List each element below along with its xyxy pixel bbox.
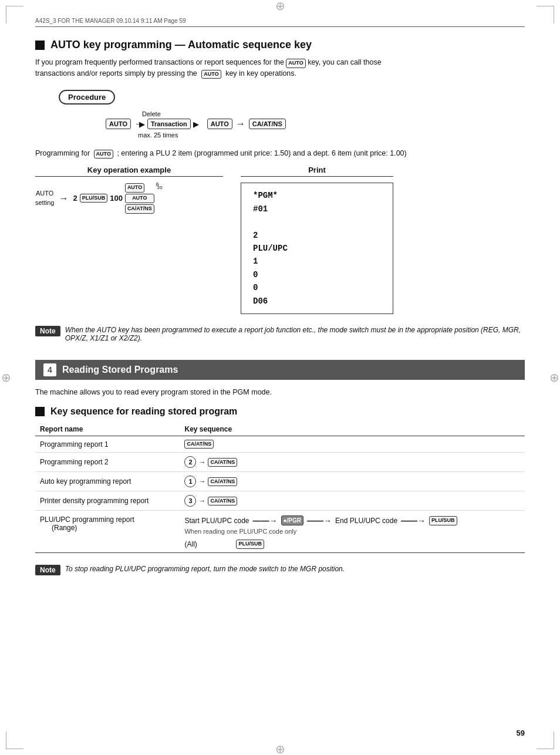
circle-1: 1 [184, 476, 196, 487]
table-row: Programming report 1 CA/AT/NS [35, 436, 525, 453]
arrow-out-transaction: ▶ [193, 119, 199, 128]
report-name-5: PLU/UPC programming report (Range) [35, 511, 180, 553]
all-label: (All) [184, 540, 231, 548]
transaction-wrapper: ▶ Transaction ▶ [147, 119, 191, 129]
seq-flow-3: 1 → CA/AT/NS [184, 476, 520, 487]
long-arrow: ——→ [253, 516, 278, 525]
table-row: Printer density programming report 3 → C… [35, 491, 525, 511]
sub-20: 20 [157, 185, 163, 190]
note-text-2: To stop reading PLU/UPC programming repo… [65, 565, 345, 573]
arrow-seq3: → [198, 477, 205, 486]
auto-key-diagram: AUTO [106, 119, 131, 129]
section4-header: 4 Reading Stored Programs [35, 360, 525, 380]
long-arrow3: ——→ [401, 516, 426, 525]
note-box-1: Note When the AUTO key has been programm… [35, 326, 525, 342]
end-label: End PLU/UPC code [335, 517, 397, 525]
header-text: A42S_3 FOR THE MANAGER 09.10.14 9:11 AM … [35, 18, 186, 24]
print-line-7: 0 [253, 281, 381, 294]
key-op-diagram: AUTO setting → 2 PLU/SUB 100 AUTO 6 20 [35, 183, 223, 213]
print-line-4: PLU/UPC [253, 242, 381, 255]
procedure-area: Procedure Delete AUTO → ▶ Transaction ▶ … [59, 90, 525, 139]
key-op-header: Key operation example [35, 166, 223, 177]
print-section: Print *PGM* #01 2 PLU/UPC 1 0 0 D06 [241, 166, 393, 314]
seq-flow-5: Start PLU/UPC code ——→ ●/PGR ——→ End PLU… [184, 515, 520, 525]
auto-key-inline: AUTO [286, 59, 305, 68]
circle-2: 2 [184, 456, 196, 468]
section1-description: If you program frequently performed tran… [35, 57, 525, 79]
when-reading-note: When reading one PLU/UPC code only [184, 528, 520, 535]
col-report-name: Report name [35, 423, 180, 436]
black-square-icon2 [35, 407, 45, 416]
diagram-row: AUTO → ▶ Transaction ▶ AUTO → CA/AT/NS [106, 119, 286, 129]
section4-title: Reading Stored Programs [62, 365, 178, 375]
num2: 2 [73, 194, 77, 203]
arrow-seq4: → [198, 497, 205, 505]
circle-3: 3 [184, 495, 196, 507]
auto-key-diagram2: AUTO [207, 119, 232, 129]
note-box-2: Note To stop reading PLU/UPC programming… [35, 565, 525, 575]
desc1: If you program frequently performed tran… [35, 58, 284, 66]
prog-note1: Programming for [35, 149, 90, 157]
ca-at-ns-3: CA/AT/NS [208, 477, 237, 487]
plu-sub-key: PLU/SUB [80, 194, 108, 203]
key-seq-4: 3 → CA/AT/NS [180, 491, 525, 511]
section1-title: AUTO key programming — Automatic sequenc… [35, 39, 525, 51]
arrow-auto-setting: → [59, 193, 68, 204]
key-op-section: Key operation example AUTO setting → 2 P… [35, 166, 223, 314]
section4-description: The machine allows you to read every pro… [35, 387, 525, 398]
table-row: Auto key programming report 1 → CA/AT/NS [35, 472, 525, 491]
section1-title-text: AUTO key programming — Automatic sequenc… [50, 39, 312, 51]
range-label: (Range) [52, 524, 77, 532]
desc3: transactions and/or reports simply by pr… [35, 69, 197, 77]
ca-at-ns-1: CA/AT/NS [184, 440, 214, 449]
max-times-label: max. 25 times [138, 132, 286, 139]
print-line-6: 0 [253, 268, 381, 281]
report-name-1: Programming report 1 [35, 436, 180, 453]
report-name-4: Printer density programming report [35, 491, 180, 511]
ca-at-ns-key: CA/AT/NS [249, 119, 286, 129]
prog-note2: ; entering a PLU 2 item (programmed unit… [117, 149, 406, 157]
col-key-sequence: Key sequence [180, 423, 525, 436]
print-line-1: #01 [253, 203, 381, 215]
ca-at-ns-2: CA/AT/NS [208, 458, 237, 467]
print-line-5: 1 [253, 255, 381, 268]
auto-stacked2: AUTO [125, 194, 154, 203]
seq-flow-4: 3 → CA/AT/NS [184, 495, 520, 507]
all-row: (All) PLU/SUB [184, 540, 520, 549]
note-label-1: Note [35, 326, 60, 336]
note-text-1: When the AUTO key has been programmed to… [65, 326, 525, 342]
print-header: Print [241, 166, 393, 177]
print-receipt: *PGM* #01 2 PLU/UPC 1 0 0 D06 [241, 183, 393, 314]
ca-at-ns-stacked: CA/AT/NS [125, 204, 154, 214]
num100: 100 [110, 194, 123, 203]
enter-pgr-key: ●/PGR [281, 515, 304, 525]
report-name-3: Auto key programming report [35, 472, 180, 491]
seq-flow-1: CA/AT/NS [184, 440, 520, 449]
desc2: key, you can call those [308, 58, 382, 66]
table-row: PLU/UPC programming report (Range) Start… [35, 511, 525, 553]
plu-sub-all: PLU/SUB [236, 540, 264, 549]
subsection-title-text: Key sequence for reading stored program [50, 406, 237, 417]
auto-key-inline2: AUTO [201, 70, 221, 79]
subsection-title: Key sequence for reading stored program [35, 406, 525, 417]
page-number: 59 [517, 729, 525, 737]
auto-key-prog: AUTO [94, 150, 113, 159]
stacked-keys: AUTO 6 20 AUTO CA/AT/NS [125, 183, 154, 213]
transaction-key: Transaction [147, 119, 191, 129]
section4-num: 4 [43, 363, 56, 376]
page-header: A42S_3 FOR THE MANAGER 09.10.14 9:11 AM … [35, 18, 525, 27]
auto-setting-label: AUTO setting [35, 189, 54, 207]
desc4: key in key operations. [225, 69, 296, 77]
auto-stacked-wrapper: AUTO 6 20 [125, 183, 154, 193]
key-seq-1: CA/AT/NS [180, 436, 525, 453]
start-label: Start PLU/UPC code [184, 517, 249, 525]
print-line-3: 2 [253, 229, 381, 242]
long-arrow2: ——→ [307, 516, 332, 525]
print-line-0: *PGM* [253, 189, 381, 202]
print-line-8: D06 [253, 295, 381, 308]
plu-sub-seq: PLU/SUB [429, 516, 457, 525]
note-label-2: Note [35, 565, 60, 575]
delete-label: Delete [142, 110, 286, 117]
arrow-seq2: → [198, 458, 205, 466]
auto-stacked: AUTO [125, 183, 144, 193]
